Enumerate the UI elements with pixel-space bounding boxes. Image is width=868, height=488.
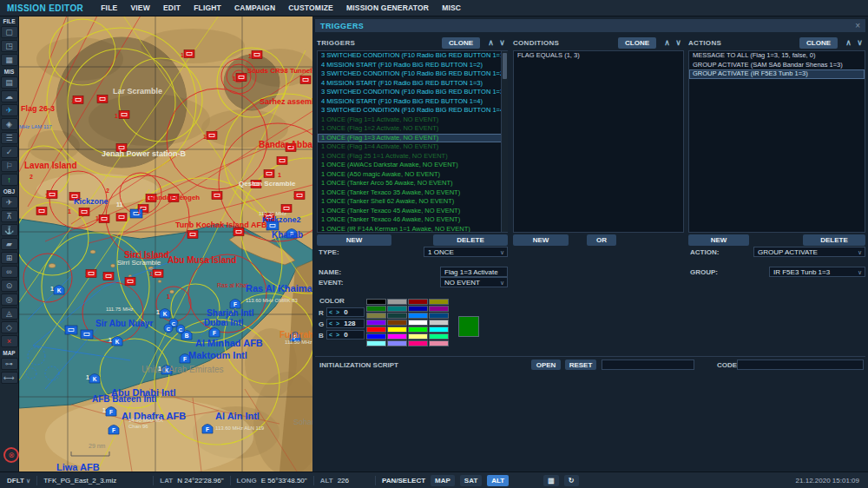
rules-icon[interactable]: ☰ [1, 132, 18, 144]
menu-item-customize[interactable]: CUSTOMIZE [288, 3, 333, 12]
spawn-icon[interactable]: ↑ [1, 174, 18, 186]
zone-icon[interactable]: ⊙ [1, 280, 18, 292]
close-icon[interactable]: × [855, 21, 860, 30]
red-channel-stepper[interactable]: < > 0 [326, 307, 365, 317]
move-condition-up-icon[interactable]: ∧ [661, 38, 673, 47]
palette-swatch[interactable] [408, 299, 428, 305]
menu-item-campaign[interactable]: CAMPAIGN [234, 3, 275, 12]
ship-icon[interactable]: ⚓ [1, 224, 18, 236]
new-condition-button[interactable]: NEW [513, 234, 569, 246]
pan-select-mode[interactable]: PAN/SELECT [382, 477, 425, 485]
palette-swatch[interactable] [429, 306, 449, 312]
menu-item-file[interactable]: FILE [101, 3, 117, 12]
helicopter-icon[interactable]: ⊼ [1, 210, 18, 222]
palette-swatch[interactable] [387, 320, 407, 326]
map-layer-button[interactable]: MAP [431, 475, 455, 486]
palette-swatch[interactable] [366, 340, 386, 346]
palette-swatch[interactable] [408, 333, 428, 340]
trigger-name-input[interactable]: Flag 1=3 Activate [440, 267, 508, 277]
palette-swatch[interactable] [366, 333, 386, 340]
palette-swatch[interactable] [366, 306, 386, 312]
green-channel-stepper[interactable]: < > 128 [326, 319, 365, 328]
palette-swatch[interactable] [366, 320, 386, 326]
blue-channel-stepper[interactable]: < > 0 [326, 330, 365, 340]
palette-swatch[interactable] [408, 340, 428, 346]
delete-action-button[interactable]: DELETE [803, 234, 865, 246]
script-file-input[interactable] [602, 359, 694, 370]
palette-swatch[interactable] [366, 313, 386, 319]
palette-swatch[interactable] [387, 340, 407, 346]
map-view[interactable]: KKKKKFFFFFFFFBCCCScuds CR98 TunnelsLar S… [19, 16, 312, 472]
increment-icon[interactable]: > [334, 309, 341, 315]
exit-icon[interactable]: ⊗ [3, 447, 19, 463]
trigger-item[interactable]: 1 ONCE (Tanker Texaco 46 Awake, NO EVENT… [318, 215, 507, 225]
palette-swatch[interactable] [387, 313, 407, 319]
condition-item[interactable]: FLAG EQUALS (1, 3) [514, 51, 683, 61]
alt-layer-button[interactable]: ALT [487, 475, 509, 486]
menu-item-misc[interactable]: MISC [442, 3, 461, 12]
trigger-item[interactable]: 4 MISSION START (F10 Radio BIG RED BUTTO… [318, 79, 507, 89]
triggers-scrollbar[interactable] [501, 51, 508, 232]
or-condition-button[interactable]: OR [587, 234, 616, 246]
trigger-item[interactable]: 1 ONCE (Tanker Arco 56 Awake, NO EVENT) [318, 179, 507, 188]
menu-item-mission-generator[interactable]: MISSION GENERATOR [346, 3, 429, 12]
move-action-down-icon[interactable]: ∨ [854, 38, 865, 47]
palette-swatch[interactable] [408, 313, 428, 319]
clone-condition-button[interactable]: CLONE [618, 37, 656, 49]
palette-swatch[interactable] [429, 299, 449, 305]
action-item[interactable]: MESSAGE TO ALL (Flag 1=3, 15, false, 0) [689, 51, 865, 61]
trigger-item[interactable]: 1 ONCE (AWACs Darkstar Awake, NO EVENT) [318, 161, 507, 170]
trigger-item[interactable]: 1 ONCE (Tanker Shell 62 Awake, NO EVENT) [318, 197, 507, 207]
action-item[interactable]: GROUP ACTIVATE (SAM SA6 Bandar Shenas 1=… [689, 61, 865, 70]
palette-swatch[interactable] [429, 326, 449, 333]
trigger-item[interactable]: 1 ONCE (A50 magic Awake, NO EVENT) [318, 170, 507, 180]
palette-swatch[interactable] [429, 340, 449, 346]
increment-icon[interactable]: > [334, 332, 341, 338]
menu-item-flight[interactable]: FLIGHT [194, 3, 221, 12]
airplane-icon[interactable]: ✈ [1, 196, 18, 208]
palette-swatch[interactable] [387, 299, 407, 305]
palette-swatch[interactable] [429, 333, 449, 340]
decrement-icon[interactable]: < [327, 320, 334, 326]
trigger-item[interactable]: 3 SWITCHED CONDITION (F10 Radio BIG RED … [318, 69, 507, 79]
palette-swatch[interactable] [408, 306, 428, 312]
trigger-item[interactable]: 1 ONCE (Tanker Texaco 35 Awake, NO EVENT… [318, 188, 507, 198]
decrement-icon[interactable]: < [327, 332, 334, 338]
shapes-icon[interactable]: ◇ [1, 321, 18, 333]
trigger-item[interactable]: 1 ONCE (IR F14A Kerman 1=1 Awake, NO EVE… [318, 225, 507, 234]
triggers-icon[interactable]: ◈ [1, 118, 18, 130]
action-group-select[interactable]: IR F5E3 Tunb 1=3 ∨ [769, 267, 865, 277]
key-icon[interactable]: ⊶ [1, 358, 18, 370]
static-object-icon[interactable]: ⊞ [1, 252, 18, 264]
triggers-list[interactable]: 3 SWITCHED CONDITION (F10 Radio BIG RED … [317, 50, 508, 233]
script-code-input[interactable] [737, 359, 864, 370]
clone-action-button[interactable]: CLONE [799, 37, 838, 49]
actions-list[interactable]: MESSAGE TO ALL (Flag 1=3, 15, false, 0)G… [688, 50, 865, 233]
save-mission-icon[interactable]: ▦ [1, 54, 18, 66]
sync-icon[interactable]: ↻ [564, 475, 579, 486]
delete-object-icon[interactable]: × [1, 335, 18, 347]
palette-swatch[interactable] [366, 299, 386, 305]
trigger-item[interactable]: 1 ONCE (Flag 1=2 Activate, NO EVENT) [318, 124, 507, 134]
player-aircraft-icon[interactable]: ✈ [1, 104, 18, 116]
move-condition-down-icon[interactable]: ∨ [673, 38, 684, 47]
action-type-select[interactable]: GROUP ACTIVATE ∨ [753, 247, 865, 257]
sat-layer-button[interactable]: SAT [460, 475, 482, 486]
open-script-button[interactable]: OPEN [531, 359, 561, 370]
conditions-list[interactable]: FLAG EQUALS (1, 3) [513, 50, 684, 233]
trigger-event-select[interactable]: NO EVENT ∨ [440, 277, 508, 287]
move-trigger-down-icon[interactable]: ∨ [496, 38, 508, 47]
ruler-icon[interactable]: ⟷ [1, 372, 18, 384]
trigger-type-select[interactable]: 1 ONCE ∨ [424, 247, 508, 257]
decrement-icon[interactable]: < [327, 309, 334, 315]
map-preset-select[interactable]: DFLT ∨ [7, 477, 30, 485]
trigger-item[interactable]: 3 SWITCHED CONDITION (F10 Radio BIG RED … [318, 106, 507, 115]
weather-icon[interactable]: ☁ [1, 90, 18, 102]
trigger-item[interactable]: 1 ONCE (Tanker Texaco 45 Awake, NO EVENT… [318, 207, 507, 216]
palette-swatch[interactable] [408, 326, 428, 333]
delete-trigger-button[interactable]: DELETE [433, 234, 508, 246]
new-action-button[interactable]: NEW [688, 234, 749, 246]
move-action-up-icon[interactable]: ∧ [843, 38, 854, 47]
move-trigger-up-icon[interactable]: ∧ [485, 38, 496, 47]
palette-swatch[interactable] [429, 320, 449, 326]
